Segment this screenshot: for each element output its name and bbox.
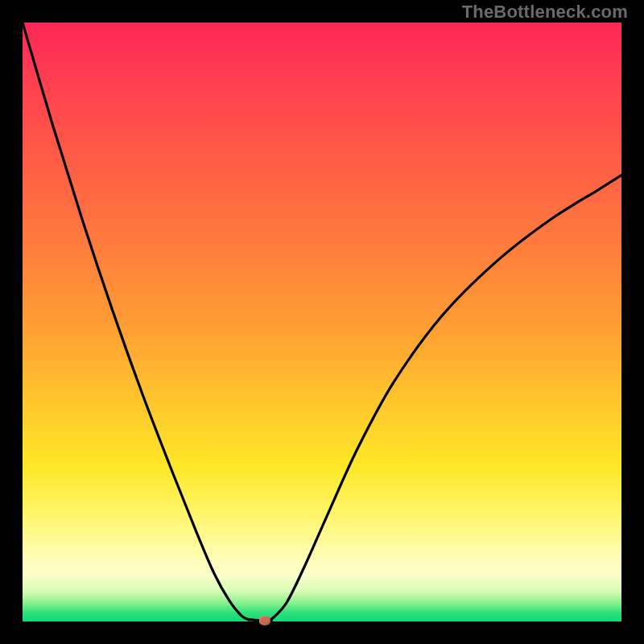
chart-frame: TheBottleneck.com [0,0,644,644]
bottleneck-curve [23,23,621,621]
curve-svg [23,23,621,621]
watermark-text: TheBottleneck.com [462,2,628,23]
plot-area [23,23,621,621]
minimum-marker [259,616,270,625]
